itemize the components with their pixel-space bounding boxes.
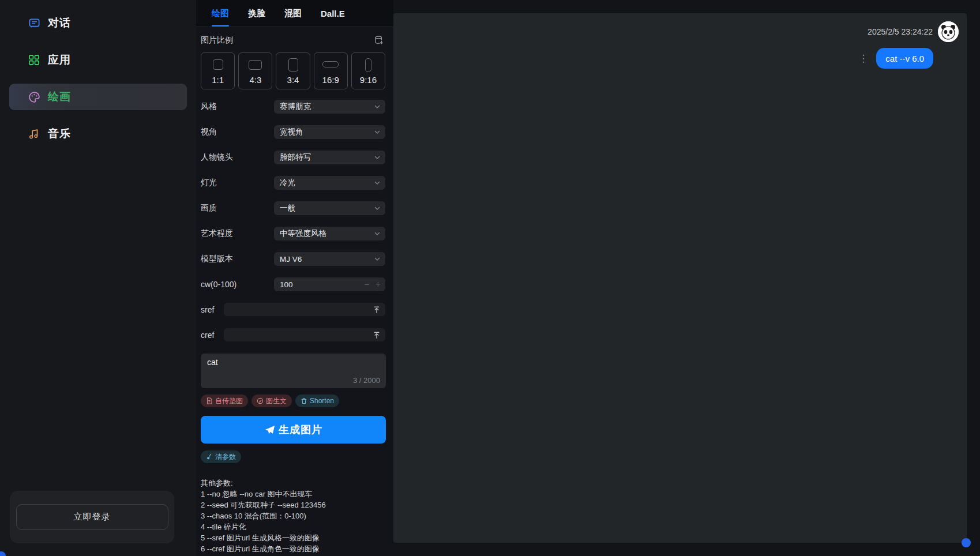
floating-widget-bottom-right[interactable]	[962, 538, 971, 547]
chevron-down-icon	[374, 179, 381, 186]
tip-line: 5 --sref 图片url 生成风格一致的图像	[201, 532, 385, 543]
tab-draw[interactable]: 绘图	[212, 0, 229, 27]
sidebar-item-label: 对话	[48, 16, 71, 31]
model-version-select[interactable]: MJ V6	[274, 252, 385, 266]
sidebar: 对话 应用	[0, 0, 196, 556]
sref-upload-input[interactable]	[224, 303, 385, 316]
tip-line: 3 --chaos 10 混合(范围：0-100)	[201, 510, 385, 521]
art-level-label: 艺术程度	[201, 228, 233, 239]
message-timestamp: 2025/2/5 23:24:22	[868, 27, 933, 36]
ratio-shape-icon	[288, 58, 298, 72]
ratio-shape-icon	[365, 58, 371, 72]
ratio-shape-icon	[322, 61, 339, 67]
model-version-label: 模型版本	[201, 254, 233, 264]
app-window: 对话 应用	[0, 0, 980, 556]
char-counter: 3 / 2000	[353, 376, 380, 385]
sidebar-item-drawing[interactable]: 绘画	[9, 84, 187, 110]
self-upload-base-image-badge[interactable]: 自传垫图	[201, 395, 248, 407]
cw-increment-button[interactable]: +	[373, 279, 381, 290]
sidebar-item-music[interactable]: 音乐	[9, 121, 187, 147]
cw-label: cw(0-100)	[201, 280, 236, 289]
prompt-value: cat	[207, 358, 218, 367]
ratio-button-1-1[interactable]: 1:1	[201, 52, 235, 89]
tip-line: 6 --cref 图片url 生成角色一致的图像	[201, 543, 385, 554]
sidebar-item-label: 音乐	[48, 126, 71, 141]
paper-plane-icon	[264, 424, 275, 435]
sidebar-item-chat[interactable]: 对话	[9, 10, 187, 36]
view-angle-select[interactable]: 宽视角	[274, 125, 385, 139]
cw-value[interactable]: 100	[280, 280, 361, 289]
other-params-tips: 其他参数: 1 --no 忽略 --no car 图中不出现车 2 --seed…	[201, 478, 385, 554]
chevron-down-icon	[374, 230, 381, 237]
tab-bar: 绘图 换脸 混图 Dall.E	[196, 0, 393, 27]
user-avatar[interactable]	[938, 21, 959, 42]
prompt-textarea[interactable]: cat 3 / 2000	[201, 354, 386, 388]
character-shot-label: 人物镜头	[201, 152, 233, 163]
ratio-button-4-3[interactable]: 4:3	[238, 52, 272, 89]
upload-icon[interactable]	[373, 331, 381, 339]
login-card: 立即登录	[10, 491, 174, 543]
message-row: ⋮ cat --v 6.0	[858, 48, 933, 69]
cw-decrement-button[interactable]: −	[361, 279, 372, 290]
chevron-down-icon	[374, 103, 381, 110]
ratio-section-label: 图片比例	[201, 35, 233, 46]
upload-icon[interactable]	[373, 306, 381, 314]
chat-icon	[28, 17, 40, 29]
tip-line: 2 --seed 可先获取种子 --seed 123456	[201, 499, 385, 510]
quality-label: 画质	[201, 203, 217, 213]
ratio-button-9-16[interactable]: 9:16	[351, 52, 385, 89]
broom-icon	[206, 453, 213, 460]
sidebar-nav: 对话 应用	[0, 0, 196, 147]
chevron-down-icon	[374, 154, 381, 161]
aspect-ratio-group: 1:1 4:3 3:4 16:9 9:16	[201, 52, 385, 89]
sref-label: sref	[201, 305, 214, 314]
ratio-shape-icon	[213, 59, 223, 70]
chat-area: 2025/2/5 23:24:22 ⋮ cat --v 6.0	[393, 13, 967, 543]
music-icon	[28, 127, 40, 140]
tip-line: 4 --tile 碎片化	[201, 521, 385, 532]
settings-panel: 绘图 换脸 混图 Dall.E 图片比例 1:1	[196, 0, 393, 556]
tips-title: 其他参数:	[201, 478, 385, 489]
apps-icon	[28, 54, 40, 66]
message-menu-icon[interactable]: ⋮	[858, 54, 868, 63]
ratio-button-16-9[interactable]: 16:9	[314, 52, 348, 89]
lighting-select[interactable]: 冷光	[274, 176, 385, 190]
floating-widget-bottom-left[interactable]	[0, 551, 6, 556]
chevron-down-icon	[374, 205, 381, 212]
document-icon	[206, 397, 213, 404]
chevron-down-icon	[374, 129, 381, 136]
palette-icon	[28, 91, 40, 103]
tab-face-swap[interactable]: 换脸	[248, 0, 265, 27]
cref-upload-input[interactable]	[224, 328, 385, 341]
lighting-label: 灯光	[201, 178, 217, 188]
badge-row: 自传垫图 图生文 Shorten	[201, 395, 385, 407]
shorten-icon	[301, 397, 307, 404]
user-message-bubble[interactable]: cat --v 6.0	[876, 48, 933, 69]
tab-dalle[interactable]: Dall.E	[321, 0, 345, 27]
chevron-down-icon	[374, 256, 381, 262]
login-button[interactable]: 立即登录	[16, 504, 168, 530]
art-level-select[interactable]: 中等强度风格	[274, 227, 385, 241]
character-shot-select[interactable]: 脸部特写	[274, 151, 385, 164]
tab-blend[interactable]: 混图	[284, 0, 302, 27]
sidebar-item-label: 应用	[48, 52, 71, 67]
image-pen-icon	[257, 397, 264, 404]
style-label: 风格	[201, 102, 217, 112]
cref-label: cref	[201, 330, 214, 340]
generate-image-button[interactable]: 生成图片	[201, 416, 386, 444]
message-meta: 2025/2/5 23:24:22	[868, 21, 959, 42]
view-angle-label: 视角	[201, 127, 217, 137]
panel-body: 图片比例 1:1 4:3	[196, 27, 393, 554]
quality-select[interactable]: 一般	[274, 201, 385, 215]
import-presets-icon[interactable]	[373, 34, 385, 47]
shorten-badge[interactable]: Shorten	[295, 395, 339, 407]
clear-params-badge[interactable]: 清参数	[201, 450, 241, 463]
cw-stepper: 100 − +	[274, 277, 385, 291]
image-to-text-badge[interactable]: 图生文	[251, 395, 292, 407]
panda-avatar-icon	[938, 21, 959, 42]
ratio-button-3-4[interactable]: 3:4	[276, 52, 310, 89]
style-select[interactable]: 赛博朋克	[274, 100, 385, 114]
ratio-shape-icon	[249, 60, 262, 70]
sidebar-item-apps[interactable]: 应用	[9, 47, 187, 73]
sidebar-item-label: 绘画	[48, 89, 71, 104]
